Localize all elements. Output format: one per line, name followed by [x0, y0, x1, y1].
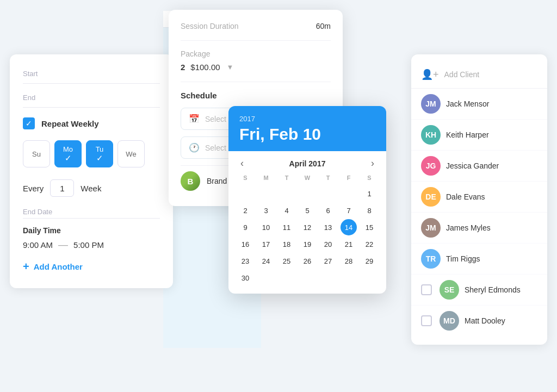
brand-avatar: B — [181, 171, 200, 191]
client-item[interactable]: JM Jack Mensor — [411, 89, 547, 120]
cal-day-8[interactable]: 8 — [361, 202, 377, 219]
package-num: 2 — [181, 63, 185, 72]
calendar-popup: 2017 Fri, Feb 10 ‹ April 2017 › S M T W … — [228, 106, 386, 294]
cal-day-15[interactable]: 15 — [361, 219, 377, 235]
cal-day-empty-38 — [299, 270, 315, 286]
cal-day-3[interactable]: 3 — [258, 202, 274, 219]
client-inner: DE Dale Evans — [421, 187, 537, 207]
cal-day-10[interactable]: 10 — [258, 219, 274, 235]
cal-prev-button[interactable]: ‹ — [237, 157, 247, 170]
cal-day-30[interactable]: 30 — [237, 270, 253, 286]
end-field[interactable]: End — [23, 94, 160, 108]
start-label: Start — [23, 70, 160, 78]
add-client-row[interactable]: 👤+ Add Client — [411, 63, 547, 89]
end-date-label[interactable]: End Date — [23, 208, 160, 219]
client-inner: SE Sheryl Edmonds — [440, 280, 537, 300]
client-avatar: KH — [421, 125, 441, 145]
daily-time-section: Daily Time 9:00 AM — 5:00 PM — [23, 226, 160, 251]
client-item[interactable]: SE Sheryl Edmonds — [411, 275, 547, 306]
schedule-label: Schedule — [181, 91, 331, 100]
cal-wd-s1: S — [235, 172, 256, 183]
cal-day-empty-2 — [278, 185, 295, 202]
day-we[interactable]: We — [117, 140, 145, 167]
cal-wd-m: M — [256, 172, 276, 183]
cal-day-27[interactable]: 27 — [320, 253, 336, 269]
client-avatar: MD — [440, 311, 459, 331]
cal-day-empty-40 — [341, 270, 357, 286]
cal-day-7[interactable]: 7 — [341, 202, 357, 219]
cal-day-1[interactable]: 1 — [361, 185, 377, 202]
cal-day-24[interactable]: 24 — [258, 253, 274, 269]
start-field[interactable]: Start — [23, 70, 160, 84]
cal-day-13[interactable]: 13 — [320, 219, 336, 235]
package-price: $100.00 — [190, 63, 220, 72]
cal-day-14[interactable]: 14 — [341, 219, 357, 235]
cal-day-12[interactable]: 12 — [299, 219, 315, 235]
cal-day-11[interactable]: 11 — [278, 219, 295, 235]
client-name: Sheryl Edmonds — [465, 285, 521, 294]
day-buttons: Su Mo✓ Tu✓ We — [23, 140, 160, 167]
client-checkbox[interactable] — [421, 315, 432, 326]
time-start[interactable]: 9:00 AM — [23, 240, 53, 250]
daily-time-title: Daily Time — [23, 226, 160, 235]
client-item[interactable]: TR Tim Riggs — [411, 244, 547, 275]
client-inner: JM Jack Mensor — [421, 94, 537, 114]
cal-day-empty-41 — [361, 270, 377, 286]
client-inner: MD Matt Dooley — [440, 311, 537, 331]
every-input[interactable] — [50, 179, 74, 197]
cal-day-2[interactable]: 2 — [237, 202, 253, 219]
cal-day-29[interactable]: 29 — [361, 253, 377, 269]
client-inner: JG Jessica Gander — [421, 156, 537, 176]
select-time-text: Select — [205, 144, 226, 152]
client-name: Dale Evans — [446, 192, 485, 201]
cal-day-23[interactable]: 23 — [237, 253, 253, 269]
client-item[interactable]: MD Matt Dooley — [411, 306, 547, 336]
cal-wd-s2: S — [359, 172, 380, 183]
time-row: 9:00 AM — 5:00 PM — [23, 239, 160, 251]
client-avatar: SE — [440, 280, 459, 300]
client-checkbox[interactable] — [421, 284, 432, 295]
cal-day-26[interactable]: 26 — [299, 253, 315, 269]
brand-name: Brand — [207, 177, 227, 185]
client-name: Matt Dooley — [465, 316, 505, 325]
cal-day-28[interactable]: 28 — [341, 253, 357, 269]
cal-day-5[interactable]: 5 — [299, 202, 315, 219]
right-panel: 👤+ Add Client JM Jack Mensor KH Keith Ha… — [411, 54, 547, 345]
cal-day-25[interactable]: 25 — [278, 253, 295, 269]
client-item[interactable]: JM James Myles — [411, 213, 547, 244]
cal-day-6[interactable]: 6 — [320, 202, 336, 219]
client-item[interactable]: JG Jessica Gander — [411, 151, 547, 182]
cal-day-17[interactable]: 17 — [258, 236, 274, 252]
every-label: Every — [23, 184, 44, 193]
cal-popup-nav: ‹ April 2017 › — [228, 151, 386, 172]
cal-next-button[interactable]: › — [368, 157, 377, 170]
client-name: Jessica Gander — [446, 161, 499, 170]
package-row[interactable]: 2 $100.00 ▼ — [181, 63, 331, 72]
add-client-icon: 👤+ — [421, 69, 439, 80]
cal-day-4[interactable]: 4 — [278, 202, 295, 219]
session-duration-row: Session Duration 60m — [181, 22, 331, 30]
time-end[interactable]: 5:00 PM — [73, 240, 104, 250]
client-item[interactable]: KH Keith Harper — [411, 120, 547, 151]
add-plus-icon: + — [23, 260, 29, 273]
cal-day-21[interactable]: 21 — [341, 236, 357, 252]
day-su[interactable]: Su — [23, 140, 50, 167]
cal-day-19[interactable]: 19 — [299, 236, 315, 252]
cal-day-9[interactable]: 9 — [237, 219, 253, 235]
day-tu[interactable]: Tu✓ — [86, 140, 113, 167]
client-avatar: TR — [421, 249, 441, 269]
session-duration-value: 60m — [316, 22, 331, 30]
repeat-weekly-row[interactable]: ✓ Repeat Weekly — [23, 117, 160, 129]
day-mo[interactable]: Mo✓ — [54, 140, 82, 167]
add-another-button[interactable]: + Add Another — [23, 260, 160, 273]
client-avatar: JG — [421, 156, 441, 176]
cal-day-20[interactable]: 20 — [320, 236, 336, 252]
cal-popup-header: 2017 Fri, Feb 10 — [228, 106, 386, 151]
client-item[interactable]: DE Dale Evans — [411, 182, 547, 213]
add-client-label: Add Client — [444, 70, 480, 79]
repeat-weekly-checkbox[interactable]: ✓ — [23, 117, 35, 129]
cal-day-18[interactable]: 18 — [278, 236, 295, 252]
session-duration-label: Session Duration — [181, 22, 239, 30]
cal-day-16[interactable]: 16 — [237, 236, 253, 252]
cal-day-22[interactable]: 22 — [361, 236, 377, 252]
